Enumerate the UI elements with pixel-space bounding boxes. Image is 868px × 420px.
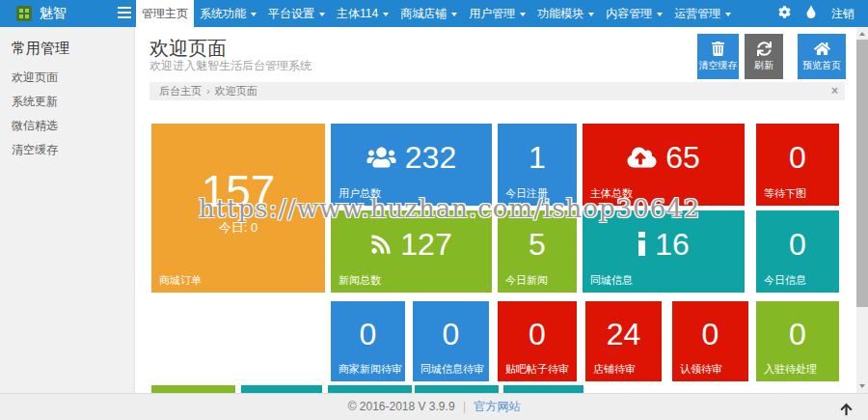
stat-tile-waiting-download[interactable]: 0 等待下图 xyxy=(756,124,839,206)
nav-item-platform-settings[interactable]: 平台设置 xyxy=(262,0,331,27)
nav-item-admin-home[interactable]: 管理主页 xyxy=(136,0,194,27)
nav-item-label: 用户管理 xyxy=(469,6,515,22)
logout-link[interactable]: 注销 xyxy=(831,6,854,22)
chevron-down-icon xyxy=(383,13,389,16)
refresh-icon xyxy=(757,42,772,56)
chevron-down-icon xyxy=(319,13,325,16)
chevron-down-icon xyxy=(251,13,257,16)
brand[interactable]: 魅智 xyxy=(0,0,67,27)
stat-label: 等待下图 xyxy=(764,186,806,201)
sidebar-section-header[interactable]: 常用管理 xyxy=(0,27,134,66)
stat-tile-shop-pending[interactable]: 24 店铺待审 xyxy=(585,301,662,381)
admin-dashboard: 魅智 管理主页 系统功能 平台设置 主体114 商城店铺 用户管理 功能模块 内… xyxy=(0,0,868,420)
stat-value: 16 xyxy=(655,229,690,260)
footer: © 2016-2018 V 3.9.9 | 官方网站 xyxy=(0,393,868,420)
trash-icon xyxy=(711,42,725,56)
breadcrumb: 后台主页›欢迎页面 × xyxy=(149,82,845,100)
hamburger-icon[interactable] xyxy=(118,7,131,21)
arrow-up-icon[interactable] xyxy=(840,400,853,420)
breadcrumb-home-link[interactable]: 后台主页 xyxy=(159,85,202,97)
stat-tile-total-subjects[interactable]: 65 主体总数 xyxy=(583,124,745,206)
page-subtitle: 欢迎进入魅智生活后台管理系统 xyxy=(149,58,312,74)
stat-tile-city-info-pending[interactable]: 0 同城信息待审 xyxy=(413,301,489,381)
stat-label: 同城信息 xyxy=(590,273,633,288)
nav-item-function-modules[interactable]: 功能模块 xyxy=(531,0,600,27)
main-menu: 管理主页 系统功能 平台设置 主体114 商城店铺 用户管理 功能模块 内容管理… xyxy=(136,0,737,27)
stat-label: 主体总数 xyxy=(590,186,633,201)
sidebar-item-wechat-featured[interactable]: 微信精选 xyxy=(0,114,134,138)
stat-label: 商城订单 xyxy=(159,273,202,288)
stat-tile-total-news[interactable]: 127 新闻总数 xyxy=(331,210,492,293)
stat-tile-tieba-posts-pending[interactable]: 0 贴吧帖子待审 xyxy=(498,301,577,381)
stat-tile-partial[interactable] xyxy=(415,385,499,393)
stat-value: 0 xyxy=(443,319,460,350)
stat-tile-city-info[interactable]: 16 同城信息 xyxy=(583,210,745,293)
stat-tile-settle-pending[interactable]: 0 入驻待处理 xyxy=(756,301,839,381)
cloud-upload-icon xyxy=(627,146,657,169)
stat-tile-total-users[interactable]: 232 用户总数 xyxy=(331,124,492,206)
nav-item-label: 主体114 xyxy=(337,6,378,22)
stat-label: 用户总数 xyxy=(339,186,381,201)
preview-home-button[interactable]: 预览首页 xyxy=(798,34,846,79)
navbar-right-tools: 注销 xyxy=(778,0,854,27)
info-icon xyxy=(637,232,646,256)
sidebar-item-system-update[interactable]: 系统更新 xyxy=(0,90,134,114)
stat-value: 0 xyxy=(789,142,806,173)
stat-value: 0 xyxy=(360,319,377,350)
gear-icon[interactable] xyxy=(778,5,791,22)
sidebar: 常用管理 欢迎页面 系统更新 微信精选 清空缓存 xyxy=(0,27,135,393)
breadcrumb-current: 欢迎页面 xyxy=(215,85,258,97)
top-navbar: 魅智 管理主页 系统功能 平台设置 主体114 商城店铺 用户管理 功能模块 内… xyxy=(0,0,868,27)
stat-sub-value: 今日: 0 xyxy=(219,219,258,237)
stat-tile-mall-orders[interactable]: 157 今日: 0 商城订单 xyxy=(151,124,325,293)
clear-cache-button[interactable]: 清空缓存 xyxy=(697,34,739,79)
water-drop-icon[interactable] xyxy=(806,5,816,22)
nav-item-label: 功能模块 xyxy=(537,6,583,22)
nav-item-content-management[interactable]: 内容管理 xyxy=(600,0,668,27)
sidebar-item-welcome-page[interactable]: 欢迎页面 xyxy=(0,66,134,90)
sidebar-item-clear-cache[interactable]: 清空缓存 xyxy=(0,138,134,162)
stat-tile-partial[interactable] xyxy=(151,385,235,393)
close-icon[interactable]: × xyxy=(831,82,838,100)
stat-tile-partial[interactable] xyxy=(241,385,322,393)
refresh-button[interactable]: 刷新 xyxy=(745,34,783,79)
stat-label: 新闻总数 xyxy=(339,273,381,288)
stat-tile-today-info[interactable]: 0 今日信息 xyxy=(756,210,839,293)
stat-value: 157 xyxy=(202,169,276,213)
scroll-down-arrow-icon[interactable] xyxy=(859,384,865,388)
scrollbar-thumb[interactable] xyxy=(856,40,868,307)
stat-value: 0 xyxy=(789,229,806,260)
stat-tile-merchant-news-pending[interactable]: 0 商家新闻待审 xyxy=(331,301,405,381)
stat-label: 同城信息待审 xyxy=(420,362,484,377)
nav-item-system-functions[interactable]: 系统功能 xyxy=(194,0,262,27)
nav-item-user-management[interactable]: 用户管理 xyxy=(463,0,531,27)
scroll-up-arrow-icon[interactable] xyxy=(859,32,865,36)
nav-item-mall-shops[interactable]: 商城店铺 xyxy=(394,0,463,27)
stat-value: 65 xyxy=(665,142,700,173)
scrollbar[interactable] xyxy=(856,27,868,393)
main-content: 欢迎页面 欢迎进入魅智生活后台管理系统 清空缓存 刷新 预览首页 后台主页›欢迎… xyxy=(135,27,856,393)
footer-official-site-link[interactable]: 官方网站 xyxy=(474,400,520,413)
stat-tile-claim-pending[interactable]: 0 认领待审 xyxy=(672,301,748,381)
users-icon xyxy=(366,146,396,169)
footer-copyright: © 2016-2018 V 3.9.9 xyxy=(348,400,455,413)
nav-item-label: 系统功能 xyxy=(200,6,246,22)
nav-item-label: 平台设置 xyxy=(268,6,314,22)
nav-item-subject-114[interactable]: 主体114 xyxy=(331,0,394,27)
button-label: 预览首页 xyxy=(802,59,841,72)
stat-tile-today-registered[interactable]: 1 今日注册 xyxy=(498,124,577,206)
button-label: 清空缓存 xyxy=(699,59,738,72)
stat-tile-partial[interactable] xyxy=(328,385,412,393)
nav-item-label: 内容管理 xyxy=(606,6,652,22)
stat-label: 今日信息 xyxy=(764,273,806,288)
footer-separator: | xyxy=(463,400,466,413)
breadcrumb-separator: › xyxy=(206,85,210,97)
chevron-down-icon xyxy=(588,13,594,16)
stat-tile-partial[interactable] xyxy=(503,385,583,393)
stat-tile-today-news[interactable]: 5 今日新闻 xyxy=(498,210,577,293)
chevron-down-icon xyxy=(657,13,663,16)
button-label: 刷新 xyxy=(754,59,773,72)
stat-value: 0 xyxy=(702,319,719,350)
nav-item-operation-management[interactable]: 运营管理 xyxy=(668,0,737,27)
stat-value: 0 xyxy=(529,319,546,350)
